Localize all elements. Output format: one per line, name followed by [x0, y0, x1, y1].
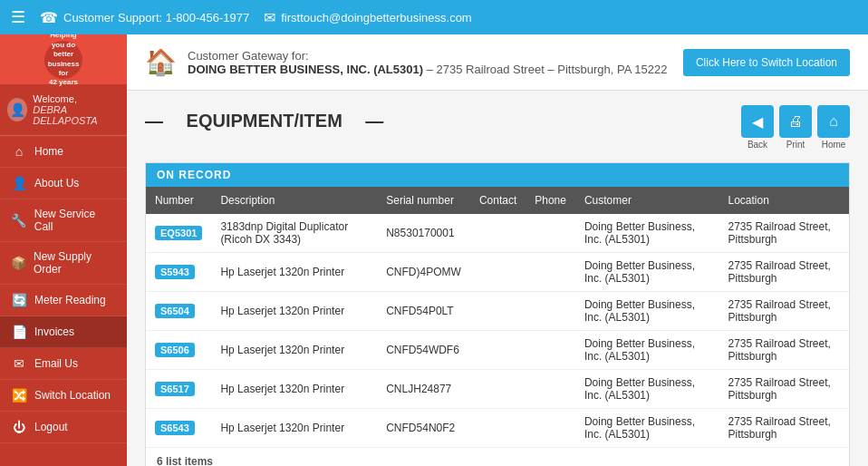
- cell-phone: [526, 370, 575, 409]
- cell-contact: [470, 214, 526, 253]
- sidebar-item-home[interactable]: ⌂ Home: [0, 136, 127, 168]
- cell-contact: [470, 292, 526, 331]
- equipment-section: — EQUIPMENT/ITEM — ◀ Back 🖨 Print: [127, 91, 868, 466]
- sidebar-item-service-label: New Service Call: [34, 208, 116, 233]
- table-row: S6543Hp Laserjet 1320n PrinterCNFD54N0F2…: [146, 409, 849, 448]
- col-description: Description: [211, 187, 377, 214]
- back-button[interactable]: ◀: [741, 105, 774, 138]
- meter-icon: 🔄: [11, 293, 27, 307]
- cell-location: 2735 Railroad Street, Pittsburgh: [719, 370, 849, 409]
- cell-phone: [526, 331, 575, 370]
- equipment-badge[interactable]: EQ5301: [155, 226, 202, 240]
- cell-location: 2735 Railroad Street, Pittsburgh: [719, 292, 849, 331]
- switch-location-button[interactable]: Click Here to Switch Location: [683, 49, 850, 76]
- cell-customer: Doing Better Business, Inc. (AL5301): [575, 331, 719, 370]
- equipment-badge[interactable]: S6506: [155, 343, 195, 357]
- section-title: — EQUIPMENT/ITEM —: [145, 111, 383, 131]
- gateway-info: 🏠 Customer Gateway for: DOING BETTER BUS…: [145, 47, 667, 77]
- equipment-badge[interactable]: S6504: [155, 304, 195, 318]
- col-serial: Serial number: [377, 187, 470, 214]
- sidebar-item-home-label: Home: [34, 145, 63, 158]
- cell-number: EQ5301: [146, 214, 211, 253]
- sidebar-item-logout[interactable]: ⏻ Logout: [0, 412, 127, 443]
- content-area: 🏠 Customer Gateway for: DOING BETTER BUS…: [127, 34, 868, 466]
- email-icon: ✉: [264, 9, 275, 26]
- equipment-badge[interactable]: S6517: [155, 382, 195, 396]
- sidebar-item-meter[interactable]: 🔄 Meter Reading: [0, 285, 127, 316]
- wrench-icon: 🔧: [11, 213, 27, 228]
- cell-customer: Doing Better Business, Inc. (AL5301): [575, 370, 719, 409]
- sidebar-item-email-label: Email Us: [34, 357, 78, 370]
- sidebar-item-email[interactable]: ✉ Email Us: [0, 348, 127, 380]
- sidebar-welcome: 👤 Welcome, DEBRA DELLAPOSTA: [0, 84, 127, 136]
- back-group: ◀ Back: [741, 105, 774, 150]
- welcome-label: Welcome,: [33, 93, 120, 104]
- print-label: Print: [786, 140, 805, 150]
- logout-icon: ⏻: [11, 420, 27, 434]
- cell-serial: CNFD)4POMW: [377, 253, 470, 292]
- sidebar-item-about[interactable]: 👤 About Us: [0, 168, 127, 199]
- title-text: EQUIPMENT/ITEM: [187, 111, 342, 131]
- table-row: S5943Hp Laserjet 1320n PrinterCNFD)4POMW…: [146, 253, 849, 292]
- home-button[interactable]: ⌂: [817, 105, 850, 138]
- sidebar-item-invoices[interactable]: 📄 Invoices: [0, 316, 127, 348]
- cell-customer: Doing Better Business, Inc. (AL5301): [575, 292, 719, 331]
- hamburger-icon[interactable]: ☰: [11, 7, 25, 27]
- avatar: 👤: [7, 98, 27, 121]
- cell-description: Hp Laserjet 1320n Printer: [211, 409, 377, 448]
- title-prefix: —: [145, 111, 163, 131]
- print-button[interactable]: 🖨: [779, 105, 812, 138]
- table-row: EQ53013183dnp Digital Duplicator (Ricoh …: [146, 214, 849, 253]
- main-layout: Helping you do betterbusiness for42 year…: [0, 34, 868, 466]
- cell-contact: [470, 253, 526, 292]
- cell-phone: [526, 253, 575, 292]
- cell-phone: [526, 292, 575, 331]
- cell-contact: [470, 409, 526, 448]
- cell-serial: CNFD54WDF6: [377, 331, 470, 370]
- gateway-company: DOING BETTER BUSINESS, INC. (AL5301): [188, 63, 423, 76]
- cell-customer: Doing Better Business, Inc. (AL5301): [575, 253, 719, 292]
- cell-location: 2735 Railroad Street, Pittsburgh: [719, 409, 849, 448]
- sidebar-nav: ⌂ Home 👤 About Us 🔧 New Service Call 📦 N…: [0, 136, 127, 443]
- box-icon: 📦: [11, 256, 26, 270]
- sidebar-item-switch-label: Switch Location: [34, 389, 111, 402]
- cell-description: 3183dnp Digital Duplicator (Ricoh DX 334…: [211, 214, 377, 253]
- sidebar-item-service[interactable]: 🔧 New Service Call: [0, 199, 127, 242]
- title-row: — EQUIPMENT/ITEM — ◀ Back 🖨 Print: [145, 105, 850, 150]
- cell-description: Hp Laserjet 1320n Printer: [211, 331, 377, 370]
- back-label: Back: [747, 140, 767, 150]
- logo-circle: Helping you do betterbusiness for42 year…: [44, 41, 82, 79]
- table-row: S6517Hp Laserjet 1320n PrinterCNLJH24877…: [146, 370, 849, 409]
- sidebar-item-meter-label: Meter Reading: [34, 294, 106, 306]
- equipment-badge[interactable]: S6543: [155, 421, 195, 435]
- table-row: S6504Hp Laserjet 1320n PrinterCNFD54P0LT…: [146, 292, 849, 331]
- house-icon: 🏠: [145, 47, 177, 77]
- table-header-row: Number Description Serial number Contact…: [146, 187, 849, 214]
- cell-number: S6506: [146, 331, 211, 370]
- cell-description: Hp Laserjet 1320n Printer: [211, 253, 377, 292]
- sidebar: Helping you do betterbusiness for42 year…: [0, 34, 127, 466]
- sidebar-item-switch[interactable]: 🔀 Switch Location: [0, 380, 127, 412]
- gateway-label: Customer Gateway for:: [188, 49, 667, 63]
- on-record-header: ON RECORD: [146, 163, 849, 187]
- col-customer: Customer: [575, 187, 719, 214]
- print-group: 🖨 Print: [779, 105, 812, 150]
- phone-icon: ☎: [40, 9, 58, 26]
- cell-location: 2735 Railroad Street, Pittsburgh: [719, 214, 849, 253]
- col-contact: Contact: [470, 187, 526, 214]
- cell-number: S6517: [146, 370, 211, 409]
- col-number: Number: [146, 187, 211, 214]
- equipment-badge[interactable]: S5943: [155, 265, 195, 279]
- support-phone: ☎ Customer Support: 1-800-456-1977: [40, 9, 249, 26]
- cell-serial: N8530170001: [377, 214, 470, 253]
- cell-description: Hp Laserjet 1320n Printer: [211, 370, 377, 409]
- home-icon: ⌂: [11, 144, 27, 159]
- sidebar-item-supply[interactable]: 📦 New Supply Order: [0, 242, 127, 285]
- sidebar-item-about-label: About Us: [34, 177, 79, 189]
- cell-number: S6504: [146, 292, 211, 331]
- cell-phone: [526, 409, 575, 448]
- user-name: DEBRA DELLAPOSTA: [33, 104, 120, 126]
- section-actions: ◀ Back 🖨 Print ⌂ Home: [741, 105, 850, 150]
- cell-contact: [470, 370, 526, 409]
- home-label: Home: [822, 140, 846, 150]
